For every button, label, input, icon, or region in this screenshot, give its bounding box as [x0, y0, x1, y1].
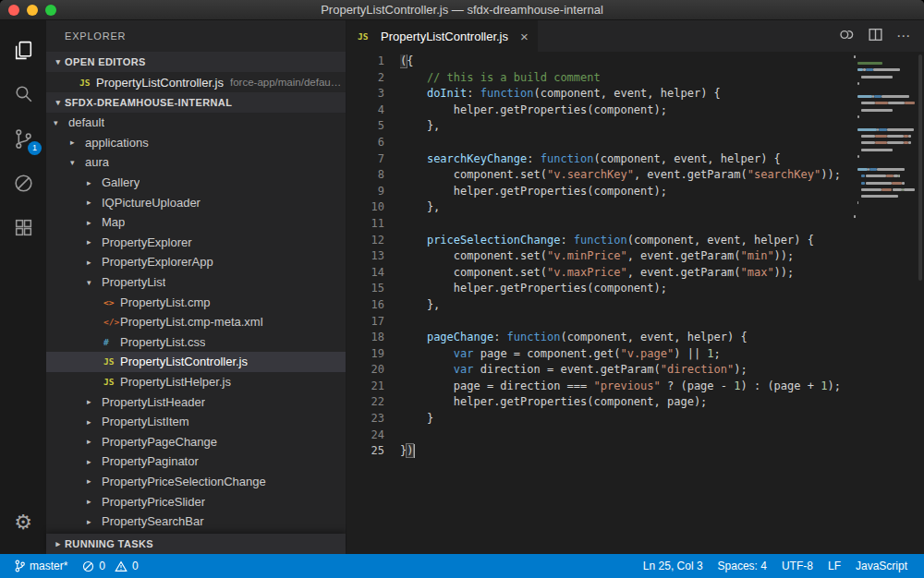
line-number: 19 — [346, 347, 400, 364]
vscode-window: PropertyListController.js — sfdx-dreamho… — [0, 0, 924, 578]
line-number: 22 — [346, 395, 400, 412]
search-icon[interactable] — [0, 72, 46, 116]
code-line: helper.getProperties(component, page); — [400, 395, 854, 412]
tree-item-aura[interactable]: ▾aura — [46, 152, 346, 173]
code-line — [400, 428, 854, 445]
line-number: 3 — [346, 87, 400, 103]
tree-item-label: PropertyPaginator — [102, 454, 199, 468]
close-window-button[interactable] — [8, 5, 19, 16]
tree-item-PropertyList.css[interactable]: #PropertyList.css — [46, 332, 346, 353]
tree-item-PropertyPaginator[interactable]: ▸PropertyPaginator — [46, 452, 346, 472]
code-line: component.set("v.searchKey", event.getPa… — [400, 168, 854, 185]
code-content[interactable]: ({ // this is a build comment doInit: fu… — [400, 54, 854, 554]
source-control-icon[interactable]: 1 — [0, 116, 46, 161]
tree-item-PropertyExplorerApp[interactable]: ▸PropertyExplorerApp — [46, 252, 346, 272]
code-line: }) — [400, 444, 854, 461]
editor-scrollbar[interactable] — [915, 54, 924, 554]
text-cursor — [413, 444, 415, 458]
tree-item-PropertyList.cmp-meta.xml[interactable]: </>PropertyList.cmp-meta.xml — [46, 312, 346, 332]
js-file-icon: JS — [103, 377, 120, 387]
tree-item-PropertyListItem[interactable]: ▸PropertyListItem — [46, 412, 346, 432]
tree-item-PropertySearchBar[interactable]: ▸PropertySearchBar — [46, 512, 346, 532]
tree-item-label: applications — [85, 136, 149, 150]
indentation-indicator[interactable]: Spaces: 4 — [711, 554, 774, 578]
tree-item-default[interactable]: ▾default — [46, 113, 346, 133]
explorer-icon[interactable] — [0, 28, 46, 72]
line-number: 8 — [346, 168, 400, 185]
js-file-icon: JS — [103, 356, 120, 367]
line-number-gutter: 1234567891011121314151617181920212223242… — [346, 54, 400, 554]
tree-item-PropertyList[interactable]: ▾PropertyList — [46, 272, 346, 293]
git-branch-indicator[interactable]: master* — [7, 554, 75, 578]
chevron-right-icon: ▸ — [70, 138, 85, 147]
tree-item-PropertyPageChange[interactable]: ▸PropertyPageChange — [46, 432, 346, 452]
minimap[interactable] — [854, 54, 915, 554]
chevron-right-icon: ▸ — [87, 476, 102, 486]
language-mode-indicator[interactable]: JavaScript — [848, 554, 915, 578]
running-tasks-header[interactable]: ▸ RUNNING TASKS — [46, 534, 346, 554]
chevron-down-icon: ▾ — [87, 278, 102, 287]
tree-item-label: PropertyList — [102, 275, 165, 289]
open-editor-item[interactable]: JS PropertyListController.js force-app/m… — [46, 72, 346, 92]
chevron-right-icon: ▸ — [87, 198, 102, 207]
tree-item-Gallery[interactable]: ▸Gallery — [46, 173, 346, 193]
tree-item-PropertyListController.js[interactable]: JSPropertyListController.js — [46, 352, 346, 372]
tree-item-label: PropertyListHeader — [102, 395, 205, 409]
code-line: page = direction === "previous" ? (page … — [400, 379, 854, 396]
tree-item-PropertyList.cmp[interactable]: <>PropertyList.cmp — [46, 292, 346, 312]
encoding-indicator[interactable]: UTF-8 — [774, 554, 821, 578]
tree-item-applications[interactable]: ▸applications — [46, 133, 346, 153]
sidebar-title: EXPLORER — [46, 20, 346, 52]
split-editor-icon[interactable] — [868, 27, 883, 46]
tree-item-PropertyListHelper.js[interactable]: JSPropertyListHelper.js — [46, 372, 346, 392]
chevron-right-icon: ▸ — [87, 457, 102, 466]
window-title: PropertyListController.js — sfdx-dreamho… — [0, 3, 924, 17]
tree-item-IQPictureUploader[interactable]: ▸IQPictureUploader — [46, 192, 346, 212]
tree-item-label: PropertyListHelper.js — [120, 375, 231, 389]
line-number: 5 — [346, 119, 400, 136]
more-actions-icon[interactable]: ⋯ — [896, 28, 911, 44]
traffic-lights — [8, 5, 56, 16]
open-changes-icon[interactable] — [839, 27, 855, 46]
extensions-icon[interactable] — [0, 205, 46, 249]
eol-indicator[interactable]: LF — [821, 554, 848, 578]
settings-gear-icon[interactable]: ⚙ — [0, 500, 46, 545]
tree-item-label: Gallery — [102, 175, 140, 189]
close-tab-icon[interactable]: × — [520, 30, 529, 43]
tree-item-PropertyPriceSlider[interactable]: ▸PropertyPriceSlider — [46, 491, 346, 512]
code-line: } — [400, 412, 854, 428]
problems-indicator[interactable]: 0 0 — [75, 554, 145, 578]
line-number: 12 — [346, 234, 400, 250]
tab-propertylistcontroller-js[interactable]: JS PropertyListController.js × — [346, 20, 538, 52]
tree-item-label: PropertyList.css — [120, 335, 205, 349]
line-number: 4 — [346, 103, 400, 120]
status-bar: master* 0 0 Ln 25, Col 3 Spaces: 4 UTF-8… — [0, 554, 924, 578]
code-line: }, — [400, 298, 854, 315]
open-editors-header[interactable]: ▾ OPEN EDITORS — [46, 52, 346, 72]
code-line: helper.getProperties(component); — [400, 282, 854, 298]
minimize-window-button[interactable] — [27, 5, 38, 16]
project-folder-header[interactable]: ▾ SFDX-DREAMHOUSE-INTERNAL — [46, 92, 346, 113]
code-line: var direction = event.getParam("directio… — [400, 363, 854, 379]
chevron-right-icon: ▸ — [87, 178, 102, 187]
js-file-icon: JS — [358, 31, 374, 42]
tree-item-PropertyListHeader[interactable]: ▸PropertyListHeader — [46, 391, 346, 412]
tree-item-PropertyPriceSelectionChange[interactable]: ▸PropertyPriceSelectionChange — [46, 472, 346, 492]
scrollbar-slider[interactable] — [918, 54, 922, 281]
zoom-window-button[interactable] — [45, 5, 56, 16]
tree-item-Map[interactable]: ▸Map — [46, 212, 346, 233]
tree-item-PropertyExplorer[interactable]: ▸PropertyExplorer — [46, 233, 346, 253]
code-line — [400, 136, 854, 152]
line-number: 17 — [346, 315, 400, 331]
cursor-position-indicator[interactable]: Ln 25, Col 3 — [636, 554, 711, 578]
tree-item-label: default — [68, 115, 104, 129]
tree-item-label: PropertySearchBar — [102, 514, 204, 528]
code-line: var page = component.get("v.page") || 1; — [400, 347, 854, 364]
code-line: doInit: function(component, event, helpe… — [400, 87, 854, 103]
js-file-icon: JS — [79, 78, 96, 88]
debug-icon[interactable] — [0, 161, 46, 205]
line-number: 21 — [346, 379, 400, 396]
chevron-right-icon: ▸ — [87, 218, 102, 227]
code-editor[interactable]: 1234567891011121314151617181920212223242… — [346, 52, 924, 554]
code-line: component.set("v.minPrice", event.getPar… — [400, 249, 854, 266]
